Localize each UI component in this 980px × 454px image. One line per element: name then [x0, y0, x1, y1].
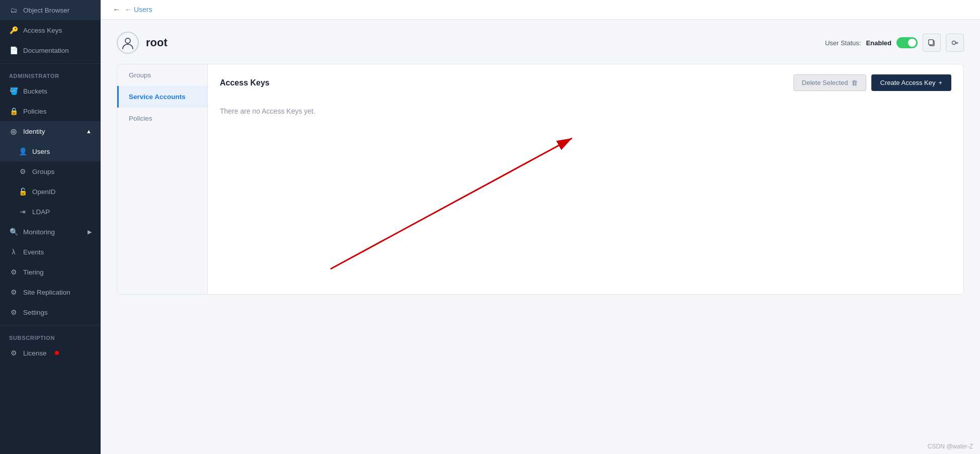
main-content: ← ← Users root User Status: Enabled: [101, 0, 980, 454]
breadcrumb-users-link[interactable]: ← Users: [125, 6, 152, 14]
sidebar-label-license: License: [23, 349, 47, 357]
create-access-key-button[interactable]: Create Access Key +: [871, 74, 951, 91]
sidebar-label-events: Events: [23, 248, 44, 256]
sidebar-label-openid: OpenID: [32, 188, 56, 196]
page-area: root User Status: Enabled: [101, 20, 980, 454]
key-icon: [951, 39, 959, 47]
user-status-area: User Status: Enabled: [825, 34, 964, 52]
subscription-section-label: Subscription: [0, 329, 101, 343]
annotation-arrow: [220, 123, 951, 284]
sidebar-item-settings[interactable]: ⚙ Settings: [0, 302, 101, 322]
sidebar-label-monitoring: Monitoring: [23, 228, 55, 236]
user-header: root User Status: Enabled: [117, 32, 964, 54]
license-icon: ⚙: [9, 348, 18, 357]
user-name: root: [146, 36, 818, 49]
sidebar-item-object-browser[interactable]: 🗂 Object Browser: [0, 0, 101, 20]
trash-icon: 🗑: [851, 79, 858, 86]
watermark: CSDN @water-Z: [928, 443, 973, 450]
sidebar-label-object-browser: Object Browser: [23, 7, 69, 14]
svg-rect-2: [929, 40, 933, 45]
sidebar-label-access-keys: Access Keys: [23, 27, 62, 34]
sidebar-item-users[interactable]: 👤 Users: [0, 141, 101, 161]
settings-icon: ⚙: [9, 308, 18, 317]
create-access-key-label: Create Access Key: [880, 79, 936, 86]
sub-nav-service-accounts-label: Service Accounts: [129, 93, 186, 101]
top-bar: ← ← Users: [101, 0, 980, 20]
sidebar-item-license[interactable]: ⚙ License: [0, 343, 101, 363]
documentation-icon: 📄: [9, 46, 18, 55]
content-panel: Access Keys Delete Selected 🗑 Create Acc…: [208, 64, 963, 294]
sub-nav-policies[interactable]: Policies: [117, 108, 207, 129]
sidebar-item-site-replication[interactable]: ⚙ Site Replication: [0, 282, 101, 302]
sidebar-label-identity: Identity: [23, 128, 45, 135]
avatar: [117, 32, 139, 54]
sidebar-label-settings: Settings: [23, 309, 48, 316]
sidebar-label-policies: Policies: [23, 108, 47, 115]
sidebar-label-ldap: LDAP: [32, 208, 50, 216]
sidebar-item-identity[interactable]: ◎ Identity ▲: [0, 121, 101, 141]
sidebar-label-groups: Groups: [32, 168, 54, 175]
object-browser-icon: 🗂: [9, 6, 18, 15]
identity-icon: ◎: [9, 127, 18, 136]
access-keys-icon: 🔑: [9, 26, 18, 35]
sidebar-item-openid[interactable]: 🔓 OpenID: [0, 181, 101, 202]
arrow-container: [220, 123, 951, 284]
sidebar-item-ldap[interactable]: ⇥ LDAP: [0, 202, 101, 222]
sub-nav-policies-label: Policies: [129, 115, 152, 122]
sub-nav: Groups Service Accounts Policies: [117, 64, 208, 294]
license-badge: [55, 351, 59, 355]
status-value: Enabled: [866, 39, 891, 47]
plus-icon: +: [938, 79, 942, 86]
copy-icon: [928, 39, 936, 47]
back-button[interactable]: ←: [113, 5, 121, 14]
panel-header: Access Keys Delete Selected 🗑 Create Acc…: [220, 74, 951, 91]
sidebar-item-tiering[interactable]: ⚙ Tiering: [0, 262, 101, 282]
sidebar-item-monitoring[interactable]: 🔍 Monitoring ▶: [0, 222, 101, 242]
ldap-icon: ⇥: [18, 207, 27, 216]
key-button[interactable]: [946, 34, 964, 52]
sidebar-item-policies[interactable]: 🔒 Policies: [0, 101, 101, 121]
site-replication-icon: ⚙: [9, 288, 18, 297]
empty-message: There are no Access Keys yet.: [220, 99, 951, 123]
inner-layout: Groups Service Accounts Policies Access …: [117, 64, 964, 295]
status-label: User Status:: [825, 39, 861, 47]
monitoring-chevron-icon: ▶: [88, 229, 92, 235]
sidebar: 🗂 Object Browser 🔑 Access Keys 📄 Documen…: [0, 0, 101, 454]
sub-nav-service-accounts[interactable]: Service Accounts: [117, 86, 207, 108]
sidebar-item-documentation[interactable]: 📄 Documentation: [0, 40, 101, 60]
admin-section-label: Administrator: [0, 67, 101, 81]
policies-icon: 🔒: [9, 107, 18, 116]
panel-actions: Delete Selected 🗑 Create Access Key +: [793, 74, 951, 91]
copy-button[interactable]: [923, 34, 941, 52]
monitoring-icon: 🔍: [9, 227, 18, 236]
user-status-toggle[interactable]: [896, 37, 918, 48]
sidebar-item-events[interactable]: λ Events: [0, 242, 101, 262]
sidebar-label-buckets: Buckets: [23, 87, 47, 95]
groups-icon: ⚙: [18, 167, 27, 176]
openid-icon: 🔓: [18, 187, 27, 196]
panel-title: Access Keys: [220, 78, 270, 87]
delete-selected-button[interactable]: Delete Selected 🗑: [793, 74, 866, 91]
sidebar-label-site-replication: Site Replication: [23, 289, 70, 296]
sidebar-item-access-keys[interactable]: 🔑 Access Keys: [0, 20, 101, 40]
users-icon: 👤: [18, 147, 27, 156]
sidebar-label-documentation: Documentation: [23, 47, 69, 54]
delete-selected-label: Delete Selected: [802, 79, 848, 86]
sidebar-divider-2: [0, 325, 101, 326]
sub-nav-groups[interactable]: Groups: [117, 64, 207, 86]
sidebar-label-tiering: Tiering: [23, 268, 44, 276]
sidebar-label-users: Users: [32, 148, 50, 155]
sidebar-divider-1: [0, 63, 101, 64]
sub-nav-groups-label: Groups: [129, 71, 151, 79]
sidebar-item-buckets[interactable]: 🪣 Buckets: [0, 81, 101, 101]
events-icon: λ: [9, 247, 18, 256]
svg-point-0: [125, 38, 130, 43]
identity-chevron-icon: ▲: [86, 128, 92, 134]
svg-line-5: [331, 138, 572, 269]
buckets-icon: 🪣: [9, 86, 18, 96]
sidebar-item-groups[interactable]: ⚙ Groups: [0, 161, 101, 181]
tiering-icon: ⚙: [9, 267, 18, 277]
